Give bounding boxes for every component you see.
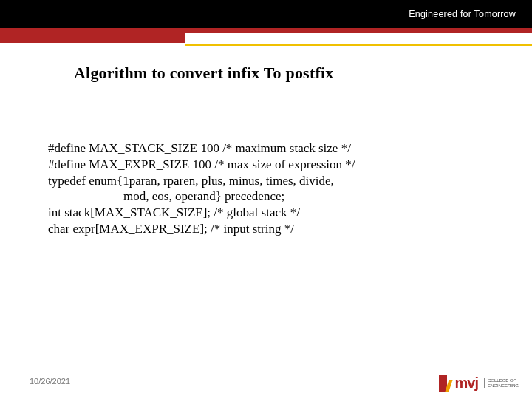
header-tagline: Engineered for Tomorrow [409,9,516,19]
code-line: typedef enum{1paran, rparen, plus, minus… [48,173,355,189]
header-yellow-line-cut [0,43,185,47]
logo-letters: mvj [455,375,478,392]
slide-title: Algorithm to convert infix To postfix [74,64,333,83]
code-line: mod, eos, operand} precedence; [48,188,355,205]
logo-mark-icon [439,375,451,392]
code-line: char expr[MAX_EXPR_SIZE]; /* input strin… [48,221,355,237]
code-line: #define MAX_STACK_SIZE 100 /* maximum st… [48,140,355,157]
logo-subtext: COLLEGE OF ENGINEERING [484,378,519,388]
footer-date: 10/26/2021 [30,377,70,386]
code-line: int stack[MAX_STACK_SIZE]; /* global sta… [48,205,355,221]
code-block: #define MAX_STACK_SIZE 100 /* maximum st… [48,140,355,237]
logo-sub-line: ENGINEERING [488,383,519,388]
footer-logo: mvj COLLEGE OF ENGINEERING [439,375,519,392]
code-line: #define MAX_EXPR_SIZE 100 /* max size of… [48,157,355,173]
logo-sub-line: COLLEGE OF [488,378,516,383]
header-red-tab [0,28,185,43]
